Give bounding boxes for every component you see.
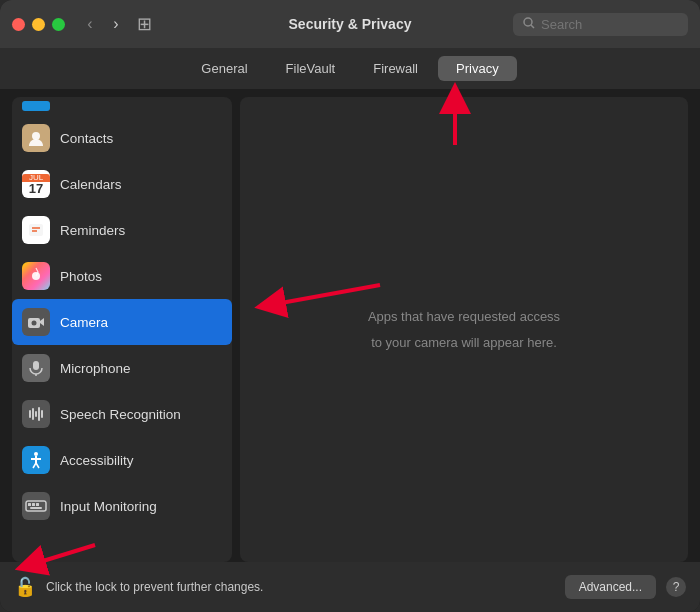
close-button[interactable] [12,18,25,31]
sidebar-item-accessibility[interactable]: Accessibility [12,437,232,483]
sidebar-item-calendars[interactable]: JUL 17 Calendars [12,161,232,207]
tab-filevault[interactable]: FileVault [268,56,354,81]
tabs-bar: General FileVault Firewall Privacy [0,48,700,89]
tab-privacy[interactable]: Privacy [438,56,517,81]
tab-general[interactable]: General [183,56,265,81]
camera-label: Camera [60,315,108,330]
reminders-icon [22,216,50,244]
window-title: Security & Privacy [289,16,412,32]
calendars-label: Calendars [60,177,122,192]
svg-point-2 [32,132,40,140]
svg-rect-25 [36,503,39,506]
search-icon [523,17,535,32]
microphone-label: Microphone [60,361,131,376]
right-panel: Apps that have requested access to your … [240,97,688,562]
sidebar-item-reminders[interactable]: Reminders [12,207,232,253]
svg-rect-23 [28,503,31,506]
back-button[interactable]: ‹ [79,13,101,35]
sidebar-list: Contacts JUL 17 Calendars Reminders [12,97,232,562]
nav-buttons: ‹ › [79,13,127,35]
svg-marker-8 [40,318,44,326]
svg-rect-14 [35,411,37,417]
reminders-label: Reminders [60,223,125,238]
main-window: ‹ › ⊞ Security & Privacy General FileVau… [0,0,700,612]
forward-button[interactable]: › [105,13,127,35]
microphone-icon [22,354,50,382]
svg-rect-24 [32,503,35,506]
bottom-bar: 🔓 Click the lock to prevent further chan… [0,562,700,612]
grid-icon: ⊞ [137,13,152,35]
svg-point-17 [34,452,38,456]
lock-icon[interactable]: 🔓 [14,576,36,598]
svg-rect-15 [38,407,40,421]
maximize-button[interactable] [52,18,65,31]
svg-rect-12 [29,410,31,418]
calendars-icon: JUL 17 [22,170,50,198]
scrolled-icon [22,101,50,111]
svg-rect-16 [41,410,43,418]
svg-point-0 [524,18,532,26]
sidebar-item-photos[interactable]: Photos [12,253,232,299]
input-monitoring-label: Input Monitoring [60,499,157,514]
advanced-button[interactable]: Advanced... [565,575,656,599]
sidebar-item-contacts[interactable]: Contacts [12,115,232,161]
svg-rect-13 [32,408,34,420]
panel-text-line2: to your camera will appear here. [371,333,557,353]
input-monitoring-icon [22,492,50,520]
sidebar-item-speech-recognition[interactable]: Speech Recognition [12,391,232,437]
sidebar-item-microphone[interactable]: Microphone [12,345,232,391]
sidebar-item-camera[interactable]: Camera [12,299,232,345]
list-item-scrolled-indicator [12,97,232,115]
speech-recognition-label: Speech Recognition [60,407,181,422]
sidebar-item-input-monitoring[interactable]: Input Monitoring [12,483,232,529]
panel-text-line1: Apps that have requested access [368,307,560,327]
svg-line-20 [33,463,36,468]
camera-icon [22,308,50,336]
photos-label: Photos [60,269,102,284]
photos-icon [22,262,50,290]
svg-rect-3 [29,224,43,236]
main-content: Contacts JUL 17 Calendars Reminders [0,89,700,562]
accessibility-label: Accessibility [60,453,134,468]
svg-line-21 [36,463,39,468]
svg-rect-10 [33,361,39,370]
svg-rect-26 [30,507,42,509]
lock-status-text: Click the lock to prevent further change… [46,580,555,594]
contacts-icon [22,124,50,152]
search-input[interactable] [541,17,678,32]
tab-firewall[interactable]: Firewall [355,56,436,81]
traffic-lights [12,18,65,31]
titlebar: ‹ › ⊞ Security & Privacy [0,0,700,48]
minimize-button[interactable] [32,18,45,31]
svg-point-9 [32,321,37,326]
accessibility-icon [22,446,50,474]
contacts-label: Contacts [60,131,113,146]
speech-recognition-icon [22,400,50,428]
search-bar[interactable] [513,13,688,36]
help-button[interactable]: ? [666,577,686,597]
svg-line-1 [531,25,534,28]
